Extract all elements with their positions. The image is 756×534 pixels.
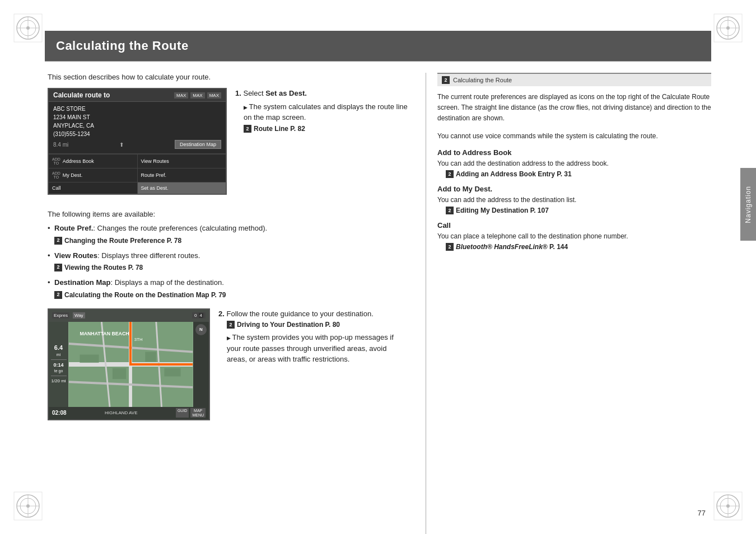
map-time: 02:08 — [52, 410, 67, 416]
content-area: This section describes how to calculate … — [45, 62, 711, 534]
main-content: Calculating the Route This section descr… — [45, 0, 711, 534]
crossref-icon: 2 — [227, 321, 235, 329]
sidebar-label: Navigation — [744, 186, 752, 223]
screen-menu-call[interactable]: Call — [49, 182, 138, 194]
crossref-text: Calculating the Route on the Destination… — [64, 290, 226, 300]
right-subsection-address-book: Add to Address Book You can add the dest… — [437, 148, 711, 178]
screen-menu-set-as-dest[interactable]: Set as Dest. — [138, 182, 226, 194]
step2-bullet1: The system provides you with pop-up mess… — [227, 332, 409, 365]
screen-distance-row: 8.4 mi ⬆ Destination Map — [53, 138, 221, 151]
map-left-panel: 6.4 mi 0:14 te go 1/20 mi — [49, 322, 68, 407]
step1-container: Calculate route to MAX MAX MAX ABC STORE… — [48, 88, 409, 202]
screen-icon-max3: MAX — [207, 92, 221, 99]
map-indicator: 04 — [192, 312, 206, 318]
crossref-icon: 2 — [446, 170, 454, 178]
call-crossref: 2 Bluetooth® HandsFreeLink® P. 144 — [446, 243, 711, 251]
my-dest-title: Add to My Dest. — [437, 185, 711, 193]
view-routes-crossref: 2 Viewing the Routes P. 78 — [54, 263, 409, 273]
call-text: You can place a telephone call to the de… — [437, 231, 711, 241]
map-street: HIGHLAND AVE — [105, 410, 138, 415]
crossref-icon: 2 — [446, 243, 454, 251]
map-top-bar: Expres Way 04 — [49, 310, 209, 322]
crossref-icon: 2 — [54, 264, 62, 271]
map-mockup: MANHATTAN BEACH 3TH Expres — [48, 308, 210, 420]
available-text: The following items are available: — [48, 210, 409, 218]
address-book-text: You can add the destination address to t… — [437, 158, 711, 168]
right-column: 2 Calculating the Route The current rout… — [426, 73, 711, 534]
right-body-text1: The current route preferences are displa… — [437, 92, 711, 124]
corner-decoration-tl — [11, 11, 45, 45]
bullet-list: Route Pref.: Changes the route preferenc… — [48, 223, 409, 300]
screen-menu-route-pref[interactable]: Route Pref. — [138, 168, 226, 182]
step1-bullet1: The system calculates and displays the r… — [244, 101, 409, 123]
step2-content: 2. Follow the route guidance to your des… — [218, 308, 409, 426]
crossref-text: Driving to Your Destination P. 80 — [237, 321, 340, 329]
map-express-label: Expres — [52, 312, 69, 318]
screen-menu-address-book[interactable]: ADD TO Address Book — [49, 154, 138, 168]
crossref-text: Changing the Route Preference P. 78 — [64, 236, 181, 246]
right-section-icon: 2 — [442, 76, 450, 84]
map-stat-distance: 6.4 mi — [54, 344, 63, 357]
screen-mockup: Calculate route to MAX MAX MAX ABC STORE… — [48, 88, 227, 195]
crossref-text: Viewing the Routes P. 78 — [64, 263, 143, 273]
crossref-text: Route Line P. 82 — [254, 125, 305, 133]
map-menu-btn[interactable]: MAPMENU — [190, 408, 206, 418]
crossref-icon: 2 — [244, 125, 251, 133]
screen-icon-max1: MAX — [174, 92, 188, 99]
screen-dest-map-btn[interactable]: Destination Map — [175, 140, 221, 149]
screen-distance: 8.4 mi — [53, 142, 68, 148]
corner-decoration-br — [711, 489, 745, 523]
screen-menu-row2: ADD TO My Dest. Route Pref. — [49, 168, 226, 182]
map-compass: N — [195, 324, 207, 335]
step2-container: MANHATTAN BEACH 3TH Expres — [48, 308, 409, 426]
page: Navigation Calculating the Route This se… — [0, 0, 756, 534]
map-guid-btn[interactable]: GUID — [176, 408, 189, 418]
screen-title: Calculate route to — [53, 91, 110, 99]
crossref-icon: 2 — [54, 291, 62, 299]
crossref-text: Adding an Address Book Entry P. 31 — [456, 170, 572, 178]
crossref-text: Bluetooth® HandsFreeLink® P. 144 — [456, 243, 568, 251]
right-subsection-my-dest: Add to My Dest. You can add the address … — [437, 185, 711, 214]
map-stat-time: 0:14 te go — [53, 362, 63, 374]
map-svg: MANHATTAN BEACH 3TH — [68, 322, 193, 407]
right-body-text2: You cannot use voice commands while the … — [437, 131, 711, 142]
screen-menu-view-routes[interactable]: View Routes — [138, 154, 226, 168]
page-title: Calculating the Route — [56, 39, 700, 53]
svg-rect-33 — [80, 354, 99, 363]
step2-crossref1: 2 Driving to Your Destination P. 80 — [227, 321, 409, 329]
right-subsection-call: Call You can place a telephone call to t… — [437, 221, 711, 251]
step1-content: 1. Select Set as Dest. The system calcul… — [235, 88, 409, 202]
svg-rect-36 — [164, 368, 180, 376]
my-dest-crossref: 2 Editing My Destination P. 107 — [446, 207, 711, 214]
map-right-panel: N — [193, 322, 209, 407]
step1-crossref1: 2 Route Line P. 82 — [244, 125, 409, 133]
corner-decoration-bl — [11, 489, 45, 523]
corner-decoration-tr — [711, 11, 745, 45]
list-item-destination-map: Destination Map: Displays a map of the d… — [48, 277, 409, 300]
destination-map-crossref: 2 Calculating the Route on the Destinati… — [54, 290, 409, 300]
screen-menu-my-dest[interactable]: ADD TO My Dest. — [49, 168, 138, 182]
list-item-view-routes: View Routes: Displays three different ro… — [48, 250, 409, 273]
crossref-text: Editing My Destination P. 107 — [456, 207, 549, 214]
intro-text: This section describes how to calculate … — [48, 73, 409, 81]
map-stat-scale: 1/20 mi — [51, 378, 66, 384]
screen-address: ABC STORE 1234 MAIN ST ANYPLACE, CA (310… — [53, 105, 221, 138]
step1-text: 1. Select Set as Dest. — [235, 88, 409, 99]
map-bottom-bar: 02:08 HIGHLAND AVE GUID MAPMENU — [49, 407, 209, 419]
right-section-header: 2 Calculating the Route — [437, 73, 711, 86]
left-column: This section describes how to calculate … — [45, 73, 426, 534]
address-book-title: Add to Address Book — [437, 148, 711, 157]
step2-text: 2. Follow the route guidance to your des… — [218, 308, 409, 320]
screen-menu-row1: ADD TO Address Book View Routes — [49, 154, 226, 168]
screen-menu-row3: Call Set as Dest. — [49, 182, 226, 194]
list-item-route-pref: Route Pref.: Changes the route preferenc… — [48, 223, 409, 246]
call-title: Call — [437, 221, 711, 229]
my-dest-text: You can add the address to the destinati… — [437, 195, 711, 205]
svg-rect-34 — [113, 368, 126, 378]
map-way-label: Way — [73, 312, 85, 318]
map-bottom-buttons: GUID MAPMENU — [176, 408, 206, 418]
svg-rect-35 — [145, 352, 156, 362]
crossref-icon: 2 — [446, 207, 454, 214]
screen-icon-max2: MAX — [190, 92, 204, 99]
page-header: Calculating the Route — [45, 31, 711, 61]
